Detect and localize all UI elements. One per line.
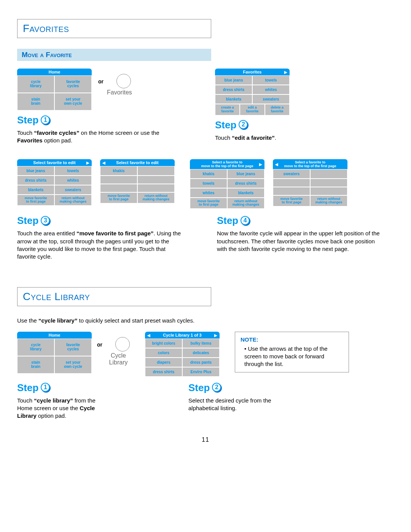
fav-item[interactable]: dress shirts	[215, 85, 252, 94]
empty-cell	[273, 179, 310, 187]
cycle-item[interactable]: diapers	[145, 358, 182, 367]
note-header: NOTE:	[241, 336, 343, 343]
create-favorite[interactable]: create afavorite	[215, 104, 240, 115]
fav-item[interactable]: blankets	[227, 188, 264, 198]
panel-header: Select favorite to edit ▶	[17, 159, 92, 166]
move-to-first[interactable]: move favoriteto first page	[100, 192, 137, 204]
arrow-right-icon[interactable]: ▶	[86, 160, 89, 165]
empty-cell	[137, 176, 175, 184]
option-pad-circle[interactable]	[116, 74, 131, 88]
arrow-left-icon[interactable]: ◀	[275, 162, 278, 166]
panel-header: ◀ Cycle Library 1 of 3 ▶	[145, 332, 220, 339]
fav-item[interactable]: sweaters	[54, 185, 92, 195]
pad-stain-brain[interactable]: stainbrain	[17, 93, 54, 110]
or-block-2: or CycleLibrary	[107, 337, 130, 366]
fav-item[interactable]: blankets	[215, 94, 252, 104]
move-to-first[interactable]: move favoriteto first page	[273, 195, 310, 207]
fav-item[interactable]: blue jeans	[227, 169, 264, 179]
fav-item[interactable]: whites	[190, 188, 227, 198]
cycle-step-2-label: Step 2	[188, 382, 341, 394]
pad-stain-brain[interactable]: stainbrain	[17, 356, 54, 374]
select-move-panel-1: Select a favorite tomove to the top of t…	[190, 159, 264, 209]
fav-item[interactable]: khakis	[190, 169, 227, 179]
cycle-item[interactable]: dress pants	[182, 358, 220, 367]
move-to-first[interactable]: move favoriteto first page	[190, 198, 227, 209]
arrow-left-icon[interactable]: ◀	[102, 160, 105, 165]
fav-item[interactable]: sweaters	[252, 94, 290, 104]
arrow-right-icon[interactable]: ▶	[214, 333, 217, 337]
arrow-right-icon[interactable]: ▶	[259, 162, 262, 166]
fav-item[interactable]: towels	[54, 166, 92, 176]
cycle-item[interactable]: colors	[145, 348, 182, 358]
select-move-panel-2: ◀ Select a favorite tomove to the top of…	[273, 159, 347, 209]
cycle-step-2-desc: Select the desired cycle from the alphab…	[188, 397, 295, 412]
fav-item[interactable]: khakis	[100, 166, 137, 176]
panel-header: Select a favorite tomove to the top of t…	[190, 159, 264, 169]
step-number: 4	[241, 216, 250, 226]
fav-item[interactable]: towels	[252, 75, 290, 85]
empty-cell	[273, 187, 310, 195]
note-body: Use the arrows at the top of the screen …	[244, 345, 343, 368]
arrow-left-icon[interactable]: ◀	[147, 333, 150, 337]
cycle-intro: Use the “cycle library” to quickly selec…	[17, 317, 284, 324]
pad-favorite-cycles[interactable]: favoritecycles	[54, 339, 92, 356]
cycle-step-1-desc: Touch “cycle library” from the Home scre…	[17, 397, 112, 420]
select-edit-panel-1: Select favorite to edit ▶ blue jeans tow…	[17, 159, 92, 209]
panel-header: Home	[17, 69, 92, 75]
cycle-library-panel: ◀ Cycle Library 1 of 3 ▶ bright colors b…	[145, 332, 220, 377]
return-no-change[interactable]: return withoutmaking changes	[54, 195, 92, 206]
step-word: Step	[215, 119, 236, 131]
edit-favorite[interactable]: edit afavorite	[240, 104, 264, 115]
fav-item[interactable]: dress shirts	[17, 176, 54, 185]
empty-cell	[310, 179, 347, 187]
cycle-item[interactable]: dress shirts	[145, 367, 182, 377]
subheader-label: Move a Favorite	[22, 51, 72, 59]
pad-cycle-library[interactable]: cyclelibrary	[17, 339, 54, 356]
fav-item[interactable]: blue jeans	[17, 166, 54, 176]
pad-cycle-library[interactable]: cyclelibrary	[17, 75, 54, 93]
move-to-first[interactable]: move favoriteto first page	[17, 195, 54, 206]
step-2-desc: Touch “edit a favorite”.	[215, 134, 382, 142]
step-word: Step	[17, 382, 38, 394]
section-header-cycle-library: Cycle Library	[17, 287, 211, 306]
cycle-item[interactable]: bright colors	[145, 339, 182, 348]
arrow-right-icon[interactable]: ▶	[284, 70, 287, 74]
fav-item[interactable]: whites	[54, 176, 92, 185]
cycle-step-1-label: Step 1	[17, 382, 135, 394]
step-word: Step	[17, 114, 38, 126]
fav-item[interactable]: sweaters	[273, 169, 310, 179]
fav-item[interactable]: whites	[252, 85, 290, 94]
step-number: 1	[41, 115, 51, 125]
or-text: or	[98, 78, 104, 85]
fav-item[interactable]: dress shirts	[227, 179, 264, 188]
subheader-move-favorite: Move a Favorite	[17, 49, 211, 61]
empty-cell	[137, 166, 175, 176]
section-header-favorites: Favorites	[17, 19, 211, 38]
cycle-item[interactable]: bulky items	[182, 339, 220, 348]
fav-item[interactable]: towels	[190, 179, 227, 188]
step-word: Step	[217, 215, 238, 227]
fav-item[interactable]: blankets	[17, 185, 54, 195]
step-number: 2	[239, 120, 249, 130]
step-1-label: Step 1	[17, 114, 204, 126]
pad-set-own-cycle[interactable]: set yourown cycle	[54, 93, 92, 110]
return-no-change[interactable]: return withoutmaking changes	[137, 192, 175, 204]
cycle-item[interactable]: delicates	[182, 348, 220, 358]
step-word: Step	[188, 382, 210, 394]
cycle-item[interactable]: Enviro Plus	[182, 367, 220, 377]
or-block: or Favorites	[107, 74, 132, 96]
section-title: Favorites	[23, 22, 69, 34]
delete-favorite[interactable]: delete afavorite	[265, 104, 290, 115]
home-screen-panel-2: Home cyclelibrary favoritecycles stainbr…	[17, 332, 92, 374]
pad-set-own-cycle[interactable]: set yourown cycle	[54, 356, 92, 374]
panel-header: ◀ Select favorite to edit	[100, 159, 175, 166]
option-pad-circle[interactable]	[115, 337, 130, 351]
home-screen-panel: Home cyclelibrary favoritecycles stainbr…	[17, 69, 92, 110]
step-3-desc: Touch the area entitled “move favorite t…	[17, 230, 185, 260]
or-text: or	[97, 342, 102, 348]
return-no-change[interactable]: return withoutmaking changes	[310, 195, 347, 207]
return-no-change[interactable]: return withoutmaking changes	[227, 198, 264, 209]
fav-item[interactable]: blue jeans	[215, 75, 252, 85]
pad-favorite-cycles[interactable]: favoritecycles	[54, 75, 92, 93]
panel-header: ◀ Select a favorite tomove to the top of…	[273, 159, 347, 169]
